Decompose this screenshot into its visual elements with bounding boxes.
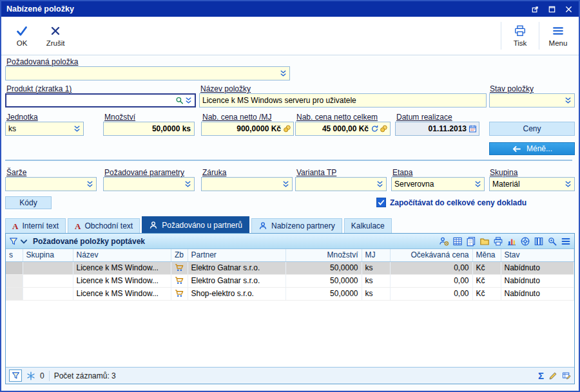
table-cell[interactable] [23, 287, 73, 300]
unit-price-field[interactable]: 900,0000 Kč [201, 122, 294, 136]
total-price-field[interactable]: 45 000,00 Kč [295, 122, 391, 136]
item-name-field[interactable]: Licence k MS Windows serveru pro uživate… [199, 93, 487, 107]
table-cell[interactable]: Shop-elektro s.r.o. [188, 287, 285, 300]
window-restore-icon[interactable] [527, 3, 543, 15]
table-cell[interactable] [6, 274, 23, 287]
variant-field[interactable] [295, 177, 387, 191]
grid-edit-icon[interactable] [562, 371, 571, 380]
table-cell[interactable]: 50,0000 [285, 287, 362, 300]
unit-field[interactable]: ks [5, 122, 84, 136]
include-in-total-label[interactable]: Započítávat do celkové ceny dokladu [390, 198, 527, 207]
list-menu-icon[interactable] [561, 236, 571, 247]
titlebar[interactable]: Nabízené položky [1, 1, 579, 17]
item-name-label[interactable]: Název položky [200, 84, 251, 93]
include-in-total-checkbox[interactable] [376, 198, 386, 207]
table-cell[interactable]: Kč [472, 287, 501, 300]
requested-params-field[interactable] [103, 177, 195, 191]
dropdown-icon[interactable] [564, 180, 572, 189]
spreadsheet-icon[interactable] [452, 236, 463, 247]
snowflake-icon[interactable] [26, 371, 35, 380]
table-cell[interactable]: 0,00 [390, 261, 472, 274]
dropdown-icon[interactable] [376, 180, 384, 189]
column-header-Stav[interactable]: Stav [501, 249, 574, 261]
folder-icon[interactable] [479, 236, 490, 247]
table-cell[interactable]: Licence k MS Window... [73, 261, 171, 274]
dropdown-icon[interactable] [282, 180, 290, 189]
printer-icon[interactable] [493, 236, 503, 247]
column-header-Skupina[interactable]: Skupina [23, 249, 73, 261]
cancel-button[interactable]: Zrušit [39, 18, 72, 53]
column-header-Množství[interactable]: Množství [285, 249, 362, 261]
table-cell[interactable]: Elektro Gatnar s.r.o. [188, 261, 285, 274]
column-header-Očekávaná cena[interactable]: Očekávaná cena [390, 249, 472, 261]
user-gear-icon[interactable] [439, 236, 449, 247]
product-field[interactable] [5, 93, 196, 107]
table-row[interactable]: Licence k MS Window...Elektro Gatnar s.r… [6, 261, 574, 274]
product-label[interactable]: Produkt (zkratka 1) [6, 84, 72, 93]
sum-icon[interactable]: Σ [538, 371, 544, 380]
table-cell[interactable] [171, 261, 188, 274]
quantity-field[interactable]: 50,0000 ks [103, 122, 195, 136]
requested-params-label[interactable]: Požadované parametry [104, 168, 184, 177]
column-header-s[interactable]: s [6, 249, 23, 261]
requested-item-field[interactable] [5, 66, 290, 80]
column-header-Partner[interactable]: Partner [188, 249, 285, 261]
dropdown-icon[interactable] [184, 96, 193, 105]
item-state-label[interactable]: Stav položky [490, 84, 534, 93]
codes-button[interactable]: Kódy [5, 196, 52, 209]
print-button[interactable]: Tisk [503, 18, 537, 53]
tab-3[interactable]: Požadováno u partnerů [142, 216, 249, 233]
columns-icon[interactable] [534, 236, 544, 247]
tab-2[interactable]: AObchodní text [68, 218, 140, 233]
dropdown-icon[interactable] [184, 180, 192, 189]
realization-date-label[interactable]: Datum realizace [396, 113, 452, 122]
dropdown-icon[interactable] [279, 69, 287, 78]
dropdown-icon[interactable] [564, 96, 572, 105]
warranty-field[interactable] [201, 177, 293, 191]
table-cell[interactable]: Nabídnuto [501, 287, 574, 300]
ok-button[interactable]: OK [5, 18, 39, 53]
table-cell[interactable]: 0,00 [390, 287, 472, 300]
table-cell[interactable] [23, 274, 73, 287]
table-cell[interactable]: Kč [472, 261, 501, 274]
table-cell[interactable]: Kč [472, 274, 501, 287]
batch-label[interactable]: Šarže [6, 168, 26, 177]
table-cell[interactable] [6, 261, 23, 274]
unit-price-label[interactable]: Nab. cena netto /MJ [202, 113, 271, 122]
variant-label[interactable]: Varianta TP [296, 168, 336, 177]
batch-field[interactable] [5, 177, 97, 191]
dropdown-icon[interactable] [474, 180, 482, 189]
filter-icon[interactable] [9, 369, 22, 382]
warranty-label[interactable]: Záruka [202, 168, 226, 177]
table-cell[interactable]: 50,0000 [285, 274, 362, 287]
table-cell[interactable]: Licence k MS Window... [73, 274, 171, 287]
tab-5[interactable]: Kalkulace [344, 218, 392, 233]
table-cell[interactable]: ks [362, 287, 390, 300]
menu-button[interactable]: Menu [541, 18, 575, 53]
refresh-icon[interactable] [371, 124, 379, 133]
table-cell[interactable] [6, 287, 23, 300]
funnel-icon[interactable] [9, 237, 18, 246]
wheel-icon[interactable] [520, 236, 530, 247]
unit-label[interactable]: Jednotka [6, 113, 38, 122]
prices-button[interactable]: Ceny [489, 122, 575, 136]
table-cell[interactable] [171, 287, 188, 300]
column-header-MJ[interactable]: MJ [362, 249, 390, 261]
tab-1[interactable]: AInterní text [5, 218, 66, 233]
window-maximize-icon[interactable] [544, 3, 559, 15]
table-cell[interactable]: ks [362, 274, 390, 287]
table-cell[interactable]: 0,00 [390, 274, 472, 287]
realization-date-field[interactable]: 01.11.2013 [395, 122, 479, 136]
tab-4[interactable]: Nabízeno partnery [251, 218, 342, 233]
chart-icon[interactable] [507, 236, 517, 247]
table-cell[interactable]: Licence k MS Window... [73, 287, 171, 300]
dropdown-icon[interactable] [86, 180, 94, 189]
group-label[interactable]: Skupina [490, 168, 517, 177]
table-cell[interactable]: Elektro Gatnar s.r.o. [188, 274, 285, 287]
table-row[interactable]: Licence k MS Window...Elektro Gatnar s.r… [6, 274, 574, 287]
column-header-Měna[interactable]: Měna [472, 249, 501, 261]
table-cell[interactable] [171, 274, 188, 287]
less-button[interactable]: Méně... [489, 142, 575, 155]
stage-label[interactable]: Etapa [392, 168, 412, 177]
quantity-label[interactable]: Množství [104, 113, 135, 122]
